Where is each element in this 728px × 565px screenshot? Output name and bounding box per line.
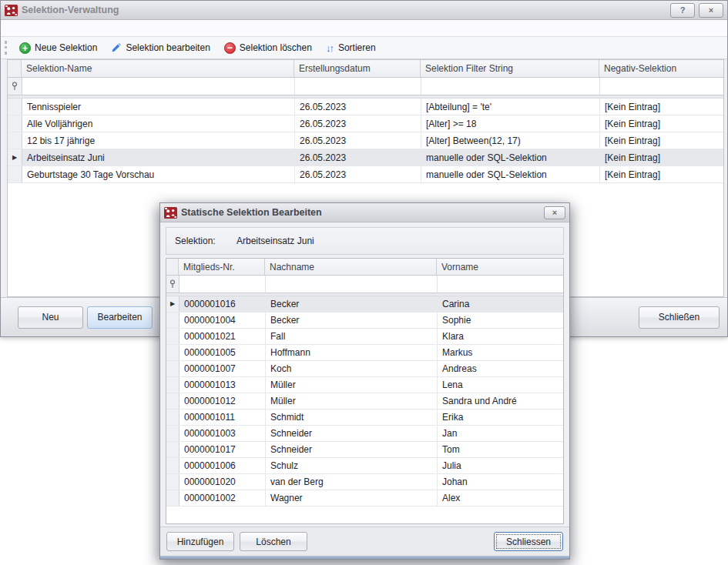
table-row[interactable]: Tennisspieler 26.05.2023 [Abteilung] = '… [8,99,723,115]
filter-cell-name[interactable] [22,78,295,95]
new-selection-button[interactable]: + Neue Selektion [12,40,104,56]
table-row-selected[interactable]: ▶ Arbeitseinsatz Juni 26.05.2023 manuell… [8,149,723,166]
cell-mitglieds-nr: 0000001003 [179,426,266,441]
toolbar-grip[interactable] [5,41,10,55]
cell-name: Alle Volljährigen [22,115,295,132]
member-row[interactable]: 0000001012 Müller Sandra und André [166,393,563,410]
main-window-title: Selektion-Verwaltung [22,5,666,15]
row-indicator [8,115,22,132]
selection-grid-header: Selektion-Name Erstellungsdatum Selektio… [8,60,723,78]
cell-date: 26.05.2023 [295,149,421,165]
row-indicator [166,474,179,490]
member-row[interactable]: 0000001021 Fall Klara [166,329,563,345]
neu-button[interactable]: Neu [18,306,83,329]
column-header-negativ-selektion[interactable]: Negativ-Selektion [599,60,723,77]
cell-vorname: Alex [438,490,563,506]
sort-label: Sortieren [338,42,376,53]
cell-mitglieds-nr: 0000001012 [179,393,266,409]
edit-pencil-icon [111,42,122,53]
filter-cell-negativ[interactable] [600,78,723,95]
member-row[interactable]: 0000001002 Wagner Alex [166,490,563,506]
sort-button[interactable]: ↓↑ Sortieren [319,40,383,56]
filter-cell-nachname[interactable] [266,276,438,293]
member-row[interactable]: 0000001017 Schneider Tom [166,442,563,458]
column-header-selektion-name[interactable]: Selektion-Name [22,60,294,77]
filter-row-indicator [166,276,179,293]
cell-name: 12 bis 17 jährige [22,132,295,149]
member-row[interactable]: 0000001011 Schmidt Erika [166,410,563,426]
row-indicator [166,345,179,360]
cell-mitglieds-nr: 0000001011 [179,410,266,425]
column-header-erstellungsdatum[interactable]: Erstellungsdatum [294,60,421,77]
member-row[interactable]: 0000001020 van der Berg Johan [166,474,563,490]
cell-vorname: Jan [438,426,563,441]
filter-cell-nr[interactable] [179,276,266,293]
help-button[interactable]: ? [670,3,695,18]
cell-mitglieds-nr: 0000001021 [179,329,266,344]
cell-date: 26.05.2023 [295,132,421,149]
selektion-label: Selektion: [175,236,237,246]
cell-nachname: Müller [266,393,438,409]
menu-strip [1,20,727,37]
cell-negativ: [Kein Eintrag] [600,99,723,115]
column-header-nachname[interactable]: Nachname [265,259,437,275]
close-icon: × [709,5,713,15]
edit-selection-button[interactable]: Selektion bearbeiten [104,40,216,55]
table-row[interactable]: 12 bis 17 jährige 26.05.2023 [Alter] Bet… [8,132,723,149]
cell-mitglieds-nr: 0000001016 [179,296,266,312]
row-indicator: ▶ [8,149,22,165]
cell-filter: [Alter] Between(12, 17) [421,132,600,149]
main-schliessen-button[interactable]: Schließen [639,306,720,329]
loeschen-button[interactable]: Löschen [240,532,307,551]
cell-name: Geburtstage 30 Tage Vorschau [22,166,295,182]
main-titlebar[interactable]: Selektion-Verwaltung ? × [1,1,727,20]
row-indicator [166,490,179,506]
member-grid: Mitglieds-Nr. Nachname Vorname ▶ 0000001… [166,258,564,524]
cell-negativ: [Kein Eintrag] [600,132,723,149]
column-header-vorname[interactable]: Vorname [437,259,563,275]
cell-filter: manuelle oder SQL-Selektion [421,149,600,165]
filter-cell-vorname[interactable] [438,276,563,293]
dialog-button-panel: Hinzufügen Löschen Schliessen [160,527,569,556]
dialog-close-button[interactable]: × [544,206,565,219]
member-row[interactable]: 0000001005 Hoffmann Markus [166,345,563,361]
filter-cell-filter[interactable] [421,78,600,95]
table-row[interactable]: Alle Volljährigen 26.05.2023 [Alter] >= … [8,115,723,132]
cell-nachname: Schulz [266,458,438,473]
row-indicator [166,313,179,328]
member-row[interactable]: 0000001006 Schulz Julia [166,458,563,474]
cell-nachname: Becker [266,296,438,312]
hinzufuegen-button[interactable]: Hinzufügen [166,532,234,551]
member-row[interactable]: 0000001013 Müller Lena [166,377,563,393]
selektion-value: Arbeitseinsatz Juni [237,236,314,246]
bearbeiten-button[interactable]: Bearbeiten [87,306,153,329]
help-icon: ? [680,5,686,15]
row-indicator [166,393,179,409]
filter-pin-icon [169,279,176,289]
member-row[interactable]: 0000001004 Becker Sophie [166,313,563,329]
row-indicator [166,329,179,344]
filter-cell-date[interactable] [295,78,421,95]
row-indicator [166,361,179,376]
table-row[interactable]: Geburtstage 30 Tage Vorschau 26.05.2023 … [8,166,723,183]
cell-vorname: Andreas [438,361,563,376]
delete-selection-button[interactable]: − Selektion löschen [217,40,319,56]
column-header-mitglieds-nr[interactable]: Mitglieds-Nr. [179,259,265,275]
close-icon: × [552,208,557,217]
column-header-filter-string[interactable]: Selektion Filter String [421,60,599,77]
member-row[interactable]: 0000001007 Koch Andreas [166,361,563,377]
dialog-titlebar[interactable]: Statische Selektion Bearbeiten × [160,203,569,222]
filter-row-indicator [8,78,22,95]
delete-selection-label: Selektion löschen [240,42,312,53]
main-close-button[interactable]: × [699,3,723,18]
member-row-selected[interactable]: ▶ 0000001016 Becker Carina [166,296,563,313]
app-logo-icon [5,5,18,16]
member-row[interactable]: 0000001003 Schneider Jan [166,426,563,442]
cell-nachname: Schneider [266,442,438,457]
cell-filter: [Abteilung] = 'te' [421,99,600,115]
dialog-schliessen-button[interactable]: Schliessen [494,532,563,551]
cell-filter: [Alter] >= 18 [421,115,600,132]
row-indicator [8,132,22,149]
cell-nachname: Schmidt [266,410,438,425]
cell-nachname: van der Berg [266,474,438,490]
